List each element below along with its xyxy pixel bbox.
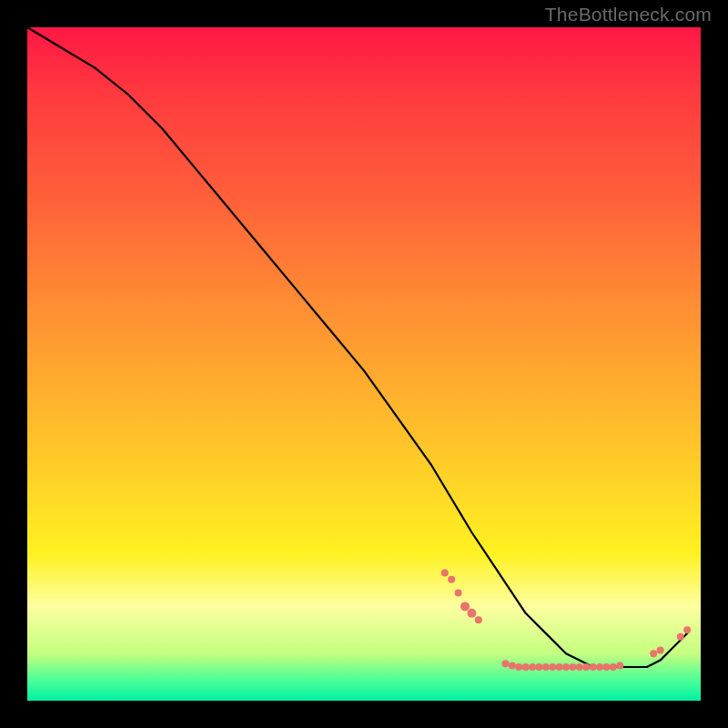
data-marker xyxy=(657,647,664,654)
data-marker xyxy=(515,663,522,671)
data-marker xyxy=(501,660,509,667)
data-marker xyxy=(610,663,617,671)
data-marker xyxy=(616,662,623,670)
data-marker xyxy=(475,616,482,623)
data-marker xyxy=(529,663,536,671)
data-marker xyxy=(535,663,542,671)
data-marker xyxy=(522,663,530,671)
data-marker xyxy=(467,609,476,618)
chart-frame: TheBottleneck.com xyxy=(0,0,728,728)
data-marker xyxy=(677,633,684,641)
data-marker xyxy=(582,663,590,671)
data-marker xyxy=(683,626,691,633)
plot-area xyxy=(27,27,701,701)
data-marker xyxy=(509,662,516,670)
chart-svg xyxy=(27,27,701,701)
marker-group xyxy=(441,569,691,671)
data-marker xyxy=(549,663,556,671)
data-marker xyxy=(602,663,610,671)
data-marker xyxy=(590,663,597,671)
data-marker xyxy=(542,663,550,671)
data-marker xyxy=(650,650,657,657)
data-marker xyxy=(562,663,570,671)
data-marker xyxy=(576,663,583,671)
data-marker xyxy=(596,663,603,671)
data-marker xyxy=(448,576,455,583)
data-marker xyxy=(441,569,449,576)
watermark-label: TheBottleneck.com xyxy=(545,4,712,25)
data-marker xyxy=(455,590,462,597)
curve-line xyxy=(27,27,687,667)
data-marker xyxy=(556,663,563,671)
data-marker xyxy=(569,663,576,671)
data-marker xyxy=(460,602,470,611)
